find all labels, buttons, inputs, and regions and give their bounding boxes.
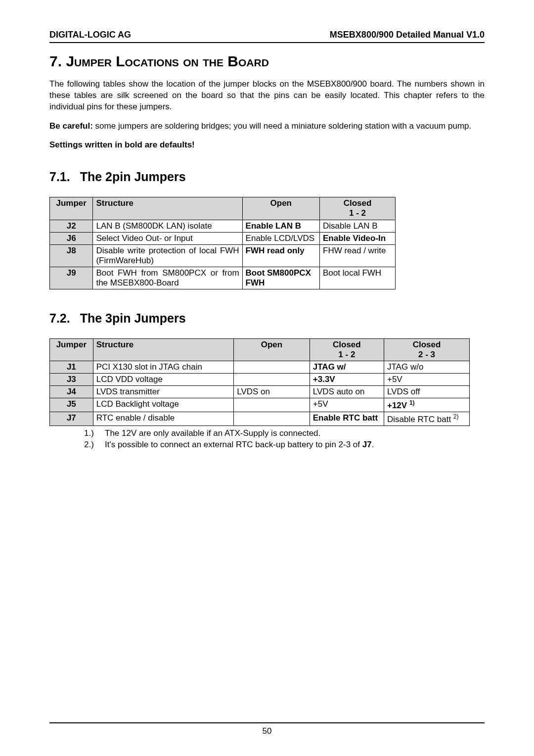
intro-paragraph-2: Be careful: some jumpers are soldering b…: [49, 121, 485, 132]
chapter-title: Jumper Locations on the Board: [66, 53, 268, 69]
col-structure: Structure: [93, 338, 233, 361]
cell-closed-12: LVDS auto on: [310, 386, 384, 398]
table-2pin: Jumper Structure Open Closed1 - 2 J2LAN …: [49, 197, 396, 289]
cell-structure: Select Video Out- or Input: [93, 232, 242, 244]
header-doc-title: MSEBX800/900 Detailed Manual V1.0: [330, 30, 485, 40]
table-row: J7RTC enable / disableEnable RTC battDis…: [50, 412, 470, 425]
cell-closed: Disable LAN B: [320, 220, 396, 232]
footnote: 2.)It's possible to connect an external …: [84, 439, 485, 451]
header-company: DIGITAL-LOGIC AG: [49, 30, 131, 40]
defaults-note: Settings written in bold are defaults!: [49, 140, 485, 150]
cell-closed: Enable Video-In: [320, 232, 396, 244]
cell-jumper: J2: [50, 220, 93, 232]
footnote-marker: 2.): [84, 439, 105, 451]
cell-closed-23: Disable RTC batt 2): [384, 412, 469, 425]
section-heading-2pin: 7.1.The 2pin Jumpers: [49, 170, 485, 184]
col-open: Open: [242, 197, 319, 220]
table-row: J2LAN B (SM800DK LAN) isolateEnable LAN …: [50, 220, 396, 232]
cell-structure: PCI X130 slot in JTAG chain: [93, 361, 233, 374]
footnote-text: The 12V are only available if an ATX-Sup…: [105, 428, 320, 439]
col-closed-12: Closed1 - 2: [310, 338, 384, 361]
page-number: 50: [49, 722, 485, 736]
section-2pin: 7.1.The 2pin Jumpers Jumper Structure Op…: [49, 170, 485, 289]
table-row: J3LCD VDD voltage+3.3V+5V: [50, 374, 470, 386]
cell-closed-12: JTAG w/: [310, 361, 384, 374]
table-row: J1PCI X130 slot in JTAG chainJTAG w/JTAG…: [50, 361, 470, 374]
cell-jumper: J6: [50, 232, 93, 244]
cell-structure: LCD Backlight voltage: [93, 398, 233, 412]
cell-structure: LVDS transmitter: [93, 386, 233, 398]
table-header-row: Jumper Structure Open Closed1 - 2: [50, 197, 396, 220]
cell-closed-12: +3.3V: [310, 374, 384, 386]
cell-structure: LAN B (SM800DK LAN) isolate: [93, 220, 242, 232]
page-header: DIGITAL-LOGIC AG MSEBX800/900 Detailed M…: [49, 30, 485, 43]
col-jumper: Jumper: [50, 338, 93, 361]
section-title-3pin: The 3pin Jumpers: [80, 311, 186, 325]
cell-open: [234, 398, 310, 412]
cell-closed-23: +12V 1): [384, 398, 469, 412]
cell-closed: FHW read / write: [320, 244, 396, 267]
section-3pin: 7.2.The 3pin Jumpers Jumper Structure Op…: [49, 311, 485, 451]
cell-closed: Boot local FWH: [320, 267, 396, 289]
section-number-2pin: 7.1.: [49, 170, 70, 184]
col-open: Open: [234, 338, 310, 361]
table-row: J9Boot FWH from SM800PCX or from the MSE…: [50, 267, 396, 289]
cell-jumper: J1: [50, 361, 93, 374]
cell-jumper: J7: [50, 412, 93, 425]
section-heading-3pin: 7.2.The 3pin Jumpers: [49, 311, 485, 326]
table-row: J5LCD Backlight voltage+5V+12V 1): [50, 398, 470, 412]
cell-jumper: J3: [50, 374, 93, 386]
col-closed-23: Closed2 - 3: [384, 338, 469, 361]
cell-jumper: J9: [50, 267, 93, 289]
intro-warning-text: some jumpers are soldering bridges; you …: [93, 121, 471, 131]
col-closed: Closed1 - 2: [320, 197, 396, 220]
cell-closed-12: Enable RTC batt: [310, 412, 384, 425]
cell-open: LVDS on: [234, 386, 310, 398]
footnotes: 1.)The 12V are only available if an ATX-…: [84, 428, 485, 451]
intro-warning-prefix: Be careful:: [49, 121, 93, 131]
cell-open: Boot SM800PCX FWH: [242, 267, 319, 289]
cell-open: [234, 412, 310, 425]
cell-open: Enable LCD/LVDS: [242, 232, 319, 244]
footnote-text: It's possible to connect an external RTC…: [105, 439, 374, 451]
table-3pin: Jumper Structure Open Closed1 - 2 Closed…: [49, 338, 470, 426]
chapter-number: 7.: [49, 53, 62, 69]
table-row: J6Select Video Out- or InputEnable LCD/L…: [50, 232, 396, 244]
intro-paragraph-1: The following tables show the location o…: [49, 79, 485, 113]
cell-structure: Boot FWH from SM800PCX or from the MSEBX…: [93, 267, 242, 289]
footnote-marker: 1.): [84, 428, 105, 439]
section-title-2pin: The 2pin Jumpers: [80, 170, 186, 184]
col-jumper: Jumper: [50, 197, 93, 220]
cell-open: [234, 361, 310, 374]
cell-structure: Disable write protection of local FWH (F…: [93, 244, 242, 267]
cell-closed-12: +5V: [310, 398, 384, 412]
cell-jumper: J5: [50, 398, 93, 412]
cell-jumper: J8: [50, 244, 93, 267]
cell-closed-23: LVDS off: [384, 386, 469, 398]
cell-open: [234, 374, 310, 386]
cell-open: Enable LAN B: [242, 220, 319, 232]
col-structure: Structure: [93, 197, 242, 220]
chapter-heading: 7. Jumper Locations on the Board: [49, 53, 485, 70]
cell-open: FWH read only: [242, 244, 319, 267]
footnote: 1.)The 12V are only available if an ATX-…: [84, 428, 485, 439]
cell-structure: RTC enable / disable: [93, 412, 233, 425]
table-header-row: Jumper Structure Open Closed1 - 2 Closed…: [50, 338, 470, 361]
section-number-3pin: 7.2.: [49, 311, 70, 325]
page: DIGITAL-LOGIC AG MSEBX800/900 Detailed M…: [0, 0, 534, 756]
table-row: J8Disable write protection of local FWH …: [50, 244, 396, 267]
cell-closed-23: +5V: [384, 374, 469, 386]
cell-jumper: J4: [50, 386, 93, 398]
cell-closed-23: JTAG w/o: [384, 361, 469, 374]
table-row: J4LVDS transmitterLVDS onLVDS auto onLVD…: [50, 386, 470, 398]
cell-structure: LCD VDD voltage: [93, 374, 233, 386]
